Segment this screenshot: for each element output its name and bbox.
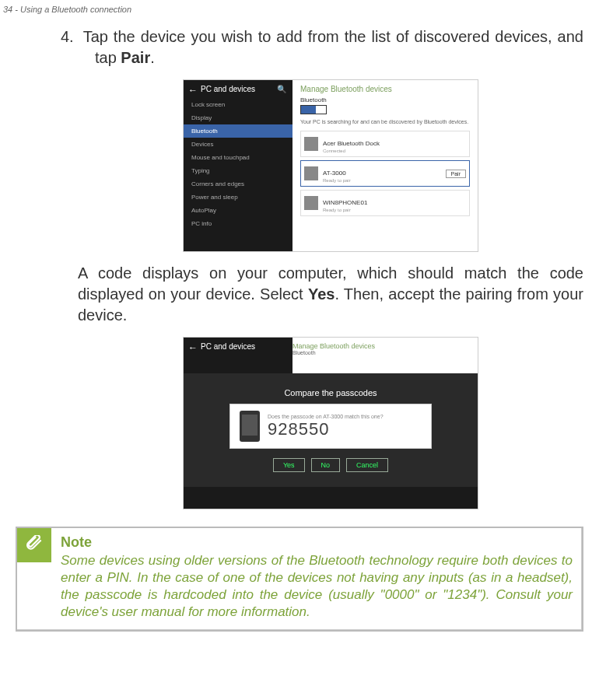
ss1-manage-title: Manage Bluetooth devices	[300, 85, 470, 93]
ss2-bt-label: Bluetooth	[292, 350, 375, 355]
device-name: AT-3000	[323, 170, 346, 177]
pair-button: Pair	[446, 170, 466, 178]
page-content: 4. Tap the device you wish to add from t…	[0, 0, 599, 509]
device-sub: Ready to pair	[323, 208, 367, 212]
note-title: Note	[61, 534, 573, 551]
sidebar-item: Corners and edges	[184, 177, 292, 191]
device-sub: Ready to pair	[323, 178, 351, 183]
sidebar-item: AutoPlay	[184, 204, 292, 217]
ss2-panel-title: PC and devices	[184, 338, 292, 355]
sidebar-item: Mouse and touchpad	[184, 151, 292, 164]
device-icon	[304, 196, 318, 210]
sidebar-item: Typing	[184, 164, 292, 177]
step-bold: Pair	[121, 49, 150, 66]
ss2-bottom-bar	[184, 487, 478, 509]
sidebar-item: Lock screen	[184, 98, 292, 111]
mid-yes: Yes	[308, 285, 335, 303]
sidebar-item: Power and sleep	[184, 191, 292, 204]
step-4: 4. Tap the device you wish to add from t…	[78, 26, 583, 68]
ss1-panel-title: PC and devices	[184, 80, 292, 98]
paperclip-icon	[24, 535, 44, 555]
device-row: Acer Bluetooth DockConnected	[300, 131, 470, 157]
passcode-hint: Does the passcode on AT-3000 match this …	[268, 414, 384, 419]
device-row: WIN8PHONE01Ready to pair	[300, 190, 470, 216]
screenshot-2: ← PC and devices Manage Bluetooth device…	[183, 337, 478, 509]
sidebar-item: Display	[184, 111, 292, 124]
sidebar-item-bluetooth: Bluetooth	[184, 124, 292, 138]
passcode-box: Does the passcode on AT-3000 match this …	[229, 404, 432, 449]
running-header: 34 - Using a Bluetooth connection	[3, 5, 131, 14]
search-icon: 🔍	[277, 85, 286, 93]
phone-icon	[240, 411, 260, 442]
step-text: Tap the device you wish to add from the …	[83, 28, 583, 66]
passcode-buttons: Yes No Cancel	[273, 458, 388, 472]
back-icon: ←	[188, 85, 198, 96]
back-icon: ←	[188, 342, 198, 353]
ss2-manage-title: Manage Bluetooth devices	[292, 342, 375, 350]
passcode: 928550	[268, 419, 384, 439]
device-sub: Connected	[323, 149, 380, 153]
device-icon	[304, 166, 318, 180]
ss1-bt-label: Bluetooth	[300, 96, 470, 103]
note-body: Some devices using older versions of the…	[61, 552, 573, 621]
yes-button: Yes	[273, 458, 305, 472]
sidebar-item: PC info	[184, 217, 292, 230]
note-text: Note Some devices using older versions o…	[51, 528, 582, 630]
bluetooth-toggle	[300, 105, 327, 114]
ss1-sidebar: ← PC and devices 🔍 Lock screen Display B…	[184, 80, 292, 251]
cancel-button: Cancel	[346, 458, 388, 472]
screenshot-1-wrap: ← PC and devices 🔍 Lock screen Display B…	[78, 79, 583, 252]
code-area: Does the passcode on AT-3000 match this …	[268, 414, 384, 439]
screenshot-1: ← PC and devices 🔍 Lock screen Display B…	[183, 79, 478, 252]
no-button: No	[311, 458, 341, 472]
note-box: Note Some devices using older versions o…	[16, 527, 583, 632]
device-name: WIN8PHONE01	[323, 199, 367, 206]
device-name: Acer Bluetooth Dock	[323, 140, 380, 147]
mid-paragraph: A code displays on your computer, which …	[78, 263, 583, 326]
ss2-top-right: Manage Bluetooth devices Bluetooth	[292, 342, 375, 355]
sidebar-item: Devices	[184, 138, 292, 151]
ss1-desc: Your PC is searching for and can be disc…	[300, 119, 470, 124]
screenshot-2-wrap: ← PC and devices Manage Bluetooth device…	[78, 337, 583, 509]
step-after: .	[150, 49, 155, 66]
ss2-top: ← PC and devices Manage Bluetooth device…	[184, 338, 478, 373]
device-row: AT-3000Ready to pair Pair	[300, 160, 470, 187]
ss1-main: Manage Bluetooth devices Bluetooth Your …	[292, 80, 478, 251]
device-icon	[304, 137, 318, 151]
ss2-sidebar-top: ← PC and devices	[184, 338, 292, 373]
note-icon	[17, 528, 51, 562]
ss2-overlay: Compare the passcodes Does the passcode …	[184, 373, 478, 487]
compare-title: Compare the passcodes	[284, 388, 377, 397]
